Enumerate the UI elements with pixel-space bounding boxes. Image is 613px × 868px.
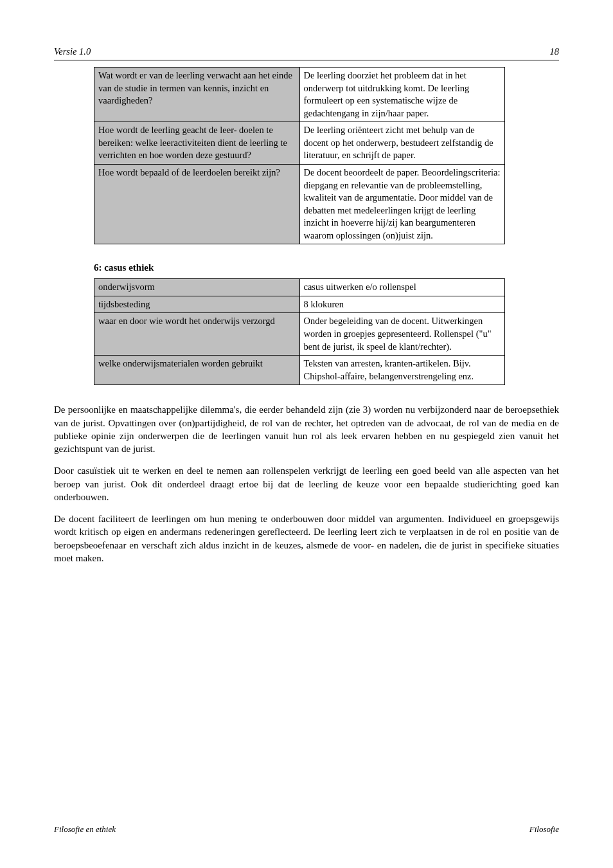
table-row: Hoe wordt de leerling geacht de leer- do… <box>94 122 505 165</box>
table-row: Wat wordt er van de leerling verwacht aa… <box>94 68 505 122</box>
cell-value: Onder begeleiding van de docent. Uitwerk… <box>299 313 505 356</box>
paragraph: De docent faciliteert de leerlingen om h… <box>54 512 559 565</box>
footer-right: Filosofie <box>529 824 559 835</box>
table-casus-ethiek: onderwijsvorm casus uitwerken e/o rollen… <box>94 278 505 385</box>
cell-value: De leerling oriënteert zicht met behulp … <box>299 122 505 165</box>
section-title: 6: casus ethiek <box>94 262 559 273</box>
table-row: waar en door wie wordt het onderwijs ver… <box>94 313 505 356</box>
cell-value: De leerling doorziet het probleem dat in… <box>299 68 505 122</box>
cell-value: 8 klokuren <box>299 296 505 313</box>
table-row: onderwijsvorm casus uitwerken e/o rollen… <box>94 279 505 296</box>
table-row: tijdsbesteding 8 klokuren <box>94 296 505 313</box>
cell-label: welke onderwijsmaterialen worden gebruik… <box>94 356 300 385</box>
paragraph: Door casuïstiek uit te werken en deel te… <box>54 464 559 503</box>
page-header: Versie 1.0 18 <box>54 46 559 60</box>
header-right: 18 <box>550 46 560 57</box>
page-footer: Filosofie en ethiek Filosofie <box>54 824 559 835</box>
header-left: Versie 1.0 <box>54 46 91 57</box>
table-row: Hoe wordt bepaald of de leerdoelen berei… <box>94 164 505 244</box>
cell-label: Wat wordt er van de leerling verwacht aa… <box>94 68 300 122</box>
cell-label: tijdsbesteding <box>94 296 300 313</box>
table-learning-goals: Wat wordt er van de leerling verwacht aa… <box>94 67 505 244</box>
cell-label: Hoe wordt bepaald of de leerdoelen berei… <box>94 164 300 244</box>
footer-left: Filosofie en ethiek <box>54 824 116 835</box>
cell-value: De docent beoordeelt de paper. Beoordeli… <box>299 164 505 244</box>
body-text: De persoonlijke en maatschappelijke dile… <box>54 403 559 565</box>
cell-value: Teksten van arresten, kranten-artikelen.… <box>299 356 505 385</box>
cell-label: Hoe wordt de leerling geacht de leer- do… <box>94 122 300 165</box>
cell-label: onderwijsvorm <box>94 279 300 296</box>
paragraph: De persoonlijke en maatschappelijke dile… <box>54 403 559 455</box>
table-row: welke onderwijsmaterialen worden gebruik… <box>94 356 505 385</box>
cell-label: waar en door wie wordt het onderwijs ver… <box>94 313 300 356</box>
cell-value: casus uitwerken e/o rollenspel <box>299 279 505 296</box>
